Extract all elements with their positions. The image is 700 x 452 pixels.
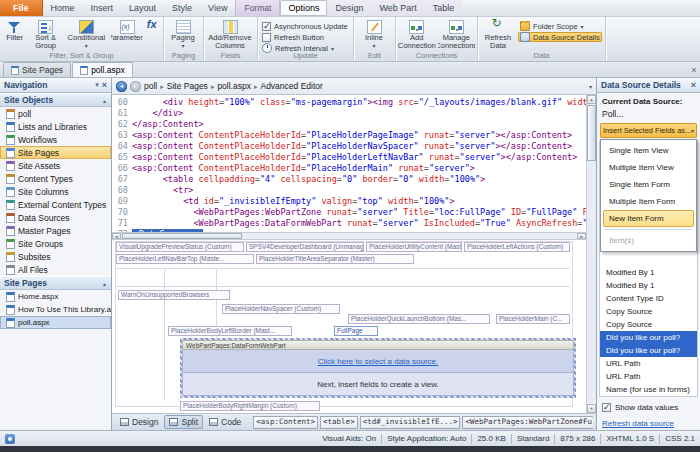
sidebar-item-lists-and-libraries[interactable]: Lists and Libraries xyxy=(0,120,111,133)
inline-editing-button[interactable]: Inline Editing xyxy=(356,19,392,51)
conditional-formatting-button[interactable]: Conditional Formatting xyxy=(64,19,109,51)
ribbon-tab-view[interactable]: View xyxy=(200,0,235,16)
scroll-up-icon[interactable] xyxy=(587,95,596,104)
sidebar-item-site-columns[interactable]: Site Columns xyxy=(0,185,111,198)
code-text[interactable]: </div> xyxy=(132,108,586,119)
menu-item-multiple-item-form[interactable]: Multiple Item Form xyxy=(603,193,694,210)
menu-item-new-item-form[interactable]: New Item Form xyxy=(603,210,694,227)
scroll-right-icon[interactable] xyxy=(577,233,586,239)
refresh-data-button[interactable]: Refresh Data xyxy=(480,19,516,51)
sidebar-item-workflows[interactable]: Workflows xyxy=(0,133,111,146)
code-text[interactable]: <table cellpadding="4" cellspacing="0" b… xyxy=(132,174,586,185)
placeholder-chip[interactable]: VisualUpgradePreviewStatus (Custom) xyxy=(116,242,244,252)
data-source-field[interactable]: Copy Source xyxy=(600,318,697,331)
breadcrumb-item-poll-aspx[interactable]: poll.aspx xyxy=(217,81,251,91)
asynchronous-update-checkbox[interactable]: Asynchronous Update xyxy=(260,21,350,31)
placeholder-chip[interactable]: PlaceHolderLeftNavBarTop (Maste... xyxy=(116,254,254,264)
parameters-button[interactable]: Parameters xyxy=(111,19,144,51)
refresh-button-checkbox[interactable]: Refresh Button xyxy=(260,32,350,42)
filter-button[interactable]: Filter xyxy=(2,19,27,51)
close-icon[interactable] xyxy=(691,80,696,90)
file-tab[interactable]: File xyxy=(0,0,43,16)
ribbon-tab-layout[interactable]: Layout xyxy=(121,0,164,16)
design-view[interactable]: VisualUpgradePreviewStatus (Custom) SPSV… xyxy=(112,240,586,413)
code-text[interactable]: <asp:Content ContentPlaceHolderId="Place… xyxy=(132,141,586,152)
data-source-field[interactable]: URL Path xyxy=(600,370,697,383)
folder-scope-button[interactable]: Folder Scope xyxy=(518,21,602,31)
scrollbar-thumb[interactable] xyxy=(587,105,596,161)
add-connection-button[interactable]: Add Connection xyxy=(398,19,436,51)
webpart-title-bar[interactable]: WebPartPages:DataFormWebPart xyxy=(182,340,574,350)
menu-item-single-item-form[interactable]: Single Item Form xyxy=(603,176,694,193)
current-data-source-value[interactable]: Poll... xyxy=(602,109,623,119)
data-source-details-button[interactable]: Data Source Details xyxy=(518,32,602,42)
placeholder-chip[interactable]: PlaceHolderMain (C... xyxy=(496,314,570,324)
collapse-icon[interactable] xyxy=(102,95,107,105)
menu-item-single-item-view[interactable]: Single Item View xyxy=(603,142,694,159)
data-source-field[interactable]: URL Path xyxy=(600,357,697,370)
view-design-button[interactable]: Design xyxy=(115,415,163,429)
sidebar-item-external-content-types[interactable]: External Content Types xyxy=(0,198,111,211)
ribbon-tab-home[interactable]: Home xyxy=(43,0,83,16)
placeholder-chip[interactable]: PlaceHolderQuickLaunchBottom (Mas... xyxy=(348,314,490,324)
sidebar-item-master-pages[interactable]: Master Pages xyxy=(0,224,111,237)
placeholder-chip[interactable]: PlaceHolderNavSpacer (Custom) xyxy=(222,304,340,314)
sidebar-item-all-files[interactable]: All Files xyxy=(0,263,111,276)
sidebar-item-subsites[interactable]: Subsites xyxy=(0,250,111,263)
add-remove-columns-button[interactable]: Add/Remove Columns xyxy=(206,19,254,51)
close-document-icon[interactable] xyxy=(688,64,700,76)
data-source-field[interactable]: Modified By 1 xyxy=(600,279,697,292)
data-source-field[interactable]: Modified By 1 xyxy=(600,266,697,279)
sidebar-item-content-types[interactable]: Content Types xyxy=(0,172,111,185)
sidebar-item-site-assets[interactable]: Site Assets xyxy=(0,159,111,172)
show-data-values-checkbox[interactable]: Show data values xyxy=(602,403,678,412)
placeholder-chip[interactable]: WarnOnUnsupportedBrowsers xyxy=(118,290,230,300)
ribbon-tab-insert[interactable]: Insert xyxy=(83,0,122,16)
code-text[interactable]: <td id="_invisibleIfEmpty" valign="top" … xyxy=(132,196,586,207)
insert-selected-fields-dropdown[interactable]: Insert Selected Fields as... xyxy=(600,123,697,138)
breadcrumb-item-site-pages[interactable]: Site Pages xyxy=(167,81,208,91)
sidebar-item-site-pages[interactable]: Site Pages xyxy=(0,146,111,159)
tag-path-item[interactable]: <td#_invisibleIfE...> xyxy=(360,416,461,429)
scrollbar-thumb[interactable] xyxy=(122,233,242,239)
data-source-field[interactable]: Did you like our poll? xyxy=(600,344,697,357)
formula-button[interactable] xyxy=(145,19,161,51)
ribbon-tab-table[interactable]: Table xyxy=(425,0,463,16)
refresh-data-source-link[interactable]: Refresh data source xyxy=(602,419,674,428)
sidebar-item-data-sources[interactable]: Data Sources xyxy=(0,211,111,224)
data-source-field[interactable]: Name (for use in forms) xyxy=(600,383,697,396)
placeholder-chip[interactable]: SPSV4DeveloperDashboard (Unmanag... xyxy=(246,242,364,252)
ribbon-tab-design[interactable]: Design xyxy=(327,0,371,16)
chevron-down-icon[interactable] xyxy=(95,81,99,89)
code-text[interactable]: <asp:Content ContentPlaceHolderId="Place… xyxy=(132,152,586,163)
site-objects-header[interactable]: Site Objects xyxy=(0,93,111,107)
select-data-source-link[interactable]: Click here to select a data source. xyxy=(318,357,439,366)
placeholder-chip[interactable]: PlaceHolderBodyRightMargin (Custom) xyxy=(180,401,320,411)
document-tab-site-pages[interactable]: Site Pages xyxy=(3,62,71,77)
view-code-button[interactable]: Code xyxy=(204,415,246,429)
sidebar-item-poll[interactable]: poll xyxy=(0,107,111,120)
dataform-webpart-design[interactable]: WebPartPages:DataFormWebPart Click here … xyxy=(180,338,576,398)
code-text[interactable]: <div height="100%" class="ms-pagemargin"… xyxy=(132,97,586,108)
back-button[interactable] xyxy=(116,81,127,92)
ribbon-tab-web-part[interactable]: Web Part xyxy=(371,0,424,16)
paging-button[interactable]: Paging xyxy=(166,19,200,51)
tag-path-item[interactable]: <asp:Content> xyxy=(253,416,318,429)
breadcrumb-dropdown-icon[interactable] xyxy=(589,81,592,91)
ribbon-tab-style[interactable]: Style xyxy=(164,0,200,16)
close-icon[interactable] xyxy=(102,80,107,90)
code-text[interactable]: <WebPartPages:DataFormWebPart runat="ser… xyxy=(132,218,586,229)
webpart-zone-chip[interactable]: FullPage xyxy=(334,326,378,336)
view-split-button[interactable]: Split xyxy=(164,415,203,429)
placeholder-chip[interactable]: PlaceHolderBodyLeftBorder (Mast... xyxy=(168,326,292,336)
breadcrumb-item-advanced-editor[interactable]: Advanced Editor xyxy=(260,81,322,91)
manage-connections-button[interactable]: Manage Connections xyxy=(438,19,476,51)
placeholder-chip[interactable]: PlaceHolderUtilityContent (Mast... xyxy=(366,242,462,252)
code-view[interactable]: 60 <div height="100%" class="ms-pagemarg… xyxy=(112,95,586,232)
collapse-icon[interactable] xyxy=(102,278,107,288)
placeholder-chip[interactable]: PlaceHolderTitleAreaSeparator (Master) xyxy=(256,254,414,264)
code-text[interactable]: <WebPartPages:WebPartZone runat="server"… xyxy=(132,207,586,218)
site-page-how-to-use-this-library-aspx[interactable]: How To Use This Library.aspx xyxy=(0,303,111,316)
scroll-down-icon[interactable] xyxy=(587,404,596,413)
site-pages-header[interactable]: Site Pages xyxy=(0,276,111,290)
